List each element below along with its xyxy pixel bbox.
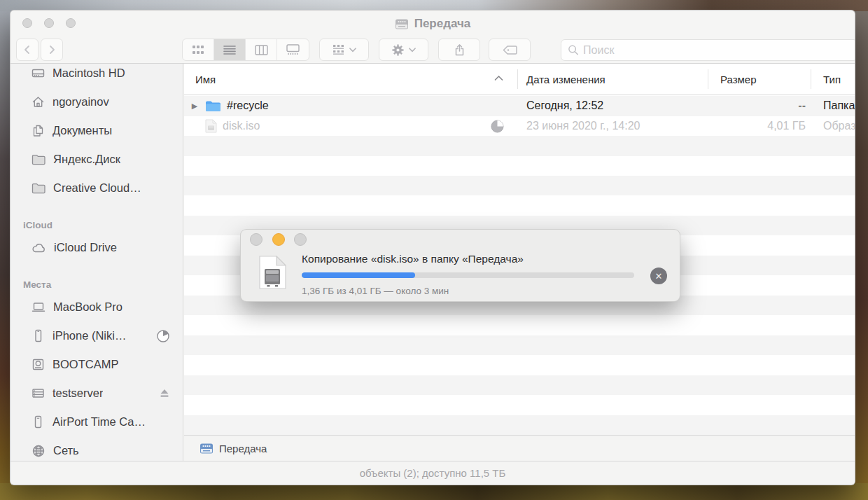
back-button[interactable]: [16, 39, 38, 61]
file-type: Папка: [811, 99, 855, 112]
documents-icon: [31, 124, 45, 137]
sidebar-item-network[interactable]: Сеть: [23, 436, 183, 461]
dialog-progress-text: 1,36 ГБ из 4,01 ГБ — около 3 мин: [302, 286, 449, 296]
view-list-button[interactable]: [214, 39, 246, 60]
server-icon: [31, 387, 45, 400]
file-date: Сегодня, 12:52: [517, 99, 708, 112]
copy-progress-bar: [302, 272, 634, 278]
chevron-down-icon: [349, 48, 356, 53]
column-divider[interactable]: [517, 69, 518, 89]
gear-icon: [391, 43, 405, 57]
search-input[interactable]: [583, 44, 850, 57]
column-header-date[interactable]: Дата изменения: [526, 64, 606, 95]
sidebar-item-icloud-drive[interactable]: iCloud Drive: [23, 233, 183, 262]
sidebar-item-creative-cloud[interactable]: Creative Cloud…: [23, 174, 183, 202]
sidebar-item-airport-time-capsule[interactable]: AirPort Time Ca…: [23, 408, 183, 436]
sidebar-section-places: Места: [23, 272, 183, 293]
dialog-title: Копирование «disk.iso» в папку «Передача…: [302, 253, 524, 265]
dialog-zoom-button: [294, 233, 307, 246]
action-menu-button[interactable]: [379, 39, 428, 61]
copy-progress-pie-icon: [490, 119, 505, 134]
window-title: Передача: [414, 17, 471, 31]
view-columns-button[interactable]: [246, 39, 277, 60]
iphone-icon: [31, 329, 45, 342]
disk-image-document-icon: [258, 255, 287, 290]
cancel-copy-button[interactable]: ✕: [650, 268, 667, 284]
list-column-headers: Имя Дата изменения Размер Тип: [184, 64, 855, 95]
view-icons-button[interactable]: [183, 39, 214, 60]
share-icon: [453, 43, 466, 57]
external-drive-icon: [31, 67, 45, 80]
dialog-close-button: [250, 233, 262, 246]
share-button[interactable]: [438, 39, 480, 61]
tag-button[interactable]: [489, 39, 531, 61]
status-bar: объекты (2); доступно 11,5 ТБ: [10, 461, 855, 485]
drive-icon: [395, 18, 409, 30]
copy-progress-dialog: Копирование «disk.iso» в папку «Передача…: [240, 229, 680, 302]
sidebar-section-icloud: iCloud: [23, 212, 183, 233]
sort-ascending-icon: [494, 75, 503, 81]
column-divider[interactable]: [811, 69, 811, 89]
disk-image-file-icon: [205, 119, 217, 133]
internal-drive-icon: [31, 358, 45, 371]
sidebar-item-yandex-disk[interactable]: Яндекс.Диск: [23, 145, 183, 174]
sidebar-item-testserver[interactable]: testserver: [23, 379, 183, 408]
file-name: disk.iso: [223, 120, 260, 132]
window-title-area: Передача: [10, 11, 855, 37]
sidebar-item-bootcamp[interactable]: BOOTCAMP: [23, 350, 183, 379]
dialog-minimize-button[interactable]: [272, 233, 285, 246]
column-divider[interactable]: [708, 69, 708, 89]
drive-icon: [200, 443, 214, 454]
file-size: --: [708, 99, 811, 112]
time-capsule-icon: [31, 415, 45, 429]
file-name: #recycle: [227, 99, 269, 112]
sidebar-item-home[interactable]: ngoryainov: [23, 88, 183, 116]
folder-icon: [31, 182, 46, 194]
sidebar-item-macintosh-hd[interactable]: Macintosh HD: [23, 64, 183, 88]
cloud-icon: [31, 242, 46, 253]
group-button[interactable]: [319, 39, 369, 61]
disclosure-triangle-icon[interactable]: ▶: [184, 102, 205, 111]
toolbar: [10, 37, 855, 64]
folder-icon: [205, 99, 221, 113]
chevron-down-icon: [409, 48, 416, 53]
search-field[interactable]: [561, 39, 855, 61]
column-header-type[interactable]: Тип: [823, 64, 841, 95]
tag-icon: [503, 45, 517, 55]
search-icon: [568, 44, 579, 56]
sidebar-item-macbook-pro[interactable]: MacBook Pro: [23, 293, 183, 321]
file-row-recycle[interactable]: ▶ #recycle Сегодня, 12:52 -- Папка: [184, 96, 855, 116]
eject-icon[interactable]: [159, 388, 170, 398]
column-header-name[interactable]: Имя: [195, 64, 216, 95]
folder-icon: [31, 153, 46, 165]
path-item-location[interactable]: Передача: [219, 443, 267, 454]
globe-icon: [31, 444, 46, 458]
sync-progress-pie-icon: [156, 329, 170, 343]
sidebar: Macintosh HD ngoryainov Документы Яндекс…: [10, 64, 183, 461]
view-gallery-button[interactable]: [277, 39, 309, 60]
title-bar[interactable]: Передача: [10, 11, 855, 37]
status-text: объекты (2); доступно 11,5 ТБ: [360, 467, 506, 479]
sidebar-item-iphone[interactable]: iPhone (Niki…: [23, 321, 183, 350]
forward-button[interactable]: [41, 39, 63, 61]
file-size: 4,01 ГБ: [708, 120, 811, 132]
sidebar-item-documents[interactable]: Документы: [23, 116, 183, 145]
column-header-size[interactable]: Размер: [720, 64, 757, 95]
path-bar: Передача: [184, 435, 855, 461]
file-date: 23 июня 2020 г., 14:20: [517, 120, 708, 132]
view-mode-control: [182, 39, 309, 61]
copy-progress-fill: [302, 272, 415, 278]
home-icon: [31, 95, 45, 109]
dialog-traffic-lights: [250, 233, 307, 246]
laptop-icon: [31, 302, 46, 312]
file-type: Образ диска: [811, 120, 855, 132]
file-row-disk-iso[interactable]: disk.iso 23 июня 2020 г., 14:20 4,01 ГБ …: [184, 116, 855, 137]
